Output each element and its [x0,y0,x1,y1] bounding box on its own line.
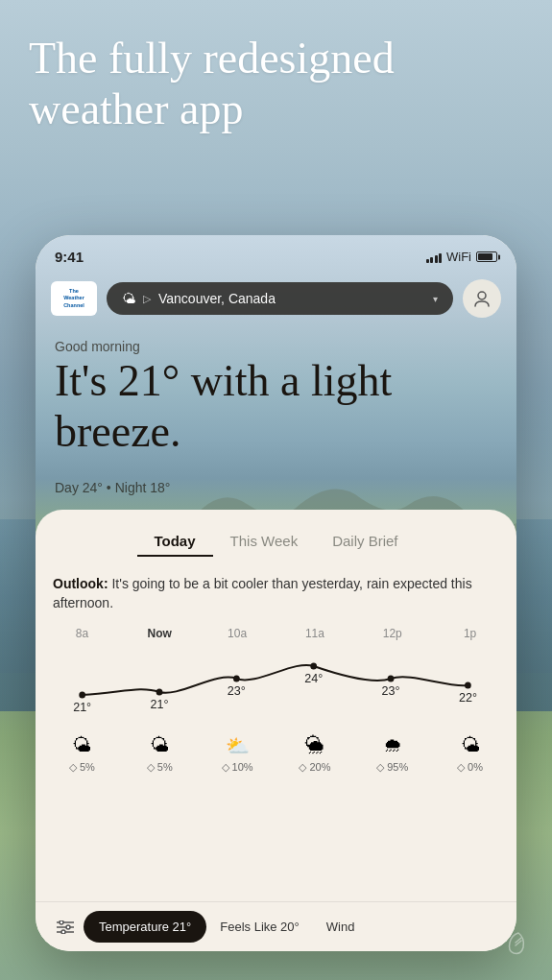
precip-now: ◇ 5% [121,761,199,774]
location-weather-icon: 🌤 [122,291,135,306]
graph-dot-1p [465,681,471,688]
night-temp: Night 18° [115,480,171,495]
graph-dot-now [156,688,163,695]
weather-icon-now: 🌤 [121,734,199,756]
location-pill[interactable]: 🌤 ▷ Vancouver, Canada ▾ [107,282,453,315]
app-header: TheWeatherChannel 🌤 ▷ Vancouver, Canada … [51,279,501,318]
time-label-12p: 12p [353,625,431,642]
time-label-now: Now [121,625,199,642]
precip-11a: ◇ 20% [276,761,353,774]
hero-title: The fully redesigned weather app [29,34,523,135]
precip-8a: ◇ 5% [43,761,121,774]
weather-description: It's 21° with a light breeze. [55,356,497,458]
filter-icon-button[interactable] [47,913,84,942]
temperature-chip[interactable]: Temperature 21° [84,911,206,943]
tab-bar: Today This Week Daily Brief [36,510,516,566]
svg-point-8 [60,920,63,924]
filter-sliders-icon [57,920,74,934]
day-night-temps: Day 24° • Night 18° [55,480,170,495]
tab-this-week[interactable]: This Week [213,527,316,557]
weather-icons-row: 🌤 🌤 ⛅ 🌦 🌧 🌤 [36,729,516,759]
graph-dot-10a [233,675,240,681]
status-bar: 9:41 WiFi [55,249,497,265]
wifi-icon: WiFi [446,250,471,264]
svg-text:21°: 21° [151,696,169,710]
brand-watermark [504,928,533,957]
status-icons: WiFi [426,250,498,264]
location-name: Vancouver, Canada [158,291,276,306]
svg-text:23°: 23° [228,682,246,697]
graph-dot-8a [79,691,85,698]
weather-icon-11a: 🌦 [276,734,353,756]
weather-greeting: Good morning [55,339,140,354]
time-label-8a: 8a [43,625,121,642]
watermark [504,928,533,961]
wind-chip[interactable]: Wind [313,911,369,943]
bottom-card: Today This Week Daily Brief Outlook: It'… [36,510,516,951]
filter-bar: Temperature 21° Feels Like 20° Wind [36,901,516,951]
svg-text:24°: 24° [304,670,323,684]
outlook-content: It's going to be a bit cooler than yeste… [53,576,472,610]
weather-icon-10a: ⛅ [199,734,276,757]
signal-bars [426,251,443,263]
temp-graph-svg: 21° 21° 23° 24° 23° 22° [43,642,509,729]
svg-text:22°: 22° [459,689,477,704]
outlook-label: Outlook: [53,576,108,591]
location-nav-icon: ▷ [143,293,151,305]
precip-10a: ◇ 10% [199,761,276,774]
tab-today[interactable]: Today [137,527,213,557]
precip-row: ◇ 5% ◇ 5% ◇ 10% ◇ 20% ◇ 95% ◇ 0% [36,759,516,781]
weather-icon-8a: 🌤 [43,734,121,756]
graph-dot-12p [388,675,395,681]
phone-mockup: 9:41 WiFi TheWeatherChannel 🌤 ▷ Vancouve… [36,235,516,951]
svg-point-10 [66,925,70,929]
day-temp: Day 24° [55,480,103,495]
weather-icon-1p: 🌤 [431,734,509,756]
profile-button[interactable] [463,279,501,318]
profile-icon [473,290,491,307]
precip-1p: ◇ 0% [431,761,509,774]
battery-fill [478,253,492,260]
time-label-11a: 11a [276,625,353,642]
weather-icon-12p: 🌧 [353,734,431,756]
signal-bar-1 [426,259,429,263]
battery-icon [476,251,497,262]
temperature-graph: 21° 21° 23° 24° 23° 22° [43,642,509,729]
signal-bar-3 [435,255,438,263]
graph-dot-11a [310,662,317,669]
precip-12p: ◇ 95% [353,761,431,774]
outlook-text: Outlook: It's going to be a bit cooler t… [36,566,516,625]
time-label-1p: 1p [431,625,509,642]
svg-text:23°: 23° [382,682,400,697]
chevron-down-icon: ▾ [433,294,438,304]
svg-text:21°: 21° [73,699,91,713]
time-label-10a: 10a [199,625,276,642]
signal-bar-2 [430,257,433,263]
status-time: 9:41 [55,249,84,265]
signal-bar-4 [439,253,442,263]
weather-channel-logo: TheWeatherChannel [51,281,97,316]
feels-like-chip[interactable]: Feels Like 20° [206,911,313,943]
time-labels-row: 8a Now 10a 11a 12p 1p [36,625,516,642]
tab-daily-brief[interactable]: Daily Brief [315,527,415,557]
svg-point-12 [61,930,65,934]
svg-point-0 [478,292,486,299]
